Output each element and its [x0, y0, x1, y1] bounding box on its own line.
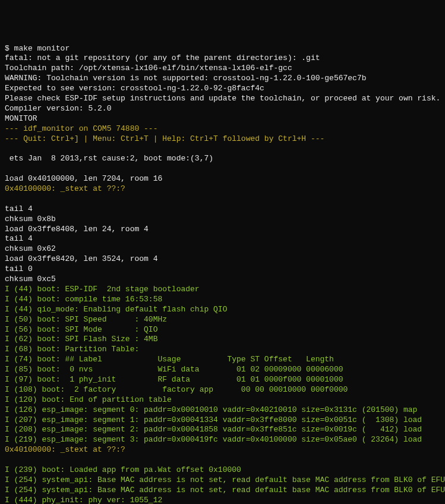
terminal-line — [5, 144, 440, 154]
terminal-line — [5, 164, 440, 174]
terminal-line: tail 0 — [5, 264, 440, 275]
terminal-line: 0x40100000: _stext at ??:? — [5, 184, 440, 194]
terminal-line: $ make monitor — [5, 44, 440, 54]
terminal-line: I (126) esp_image: segment 0: paddr=0x00… — [5, 405, 440, 415]
terminal-line — [5, 194, 440, 204]
terminal-line: I (44) qio_mode: Enabling default flash … — [5, 305, 440, 315]
terminal-line: I (444) phy_init: phy ver: 1055_12 — [5, 496, 440, 504]
terminal-line: WARNING: Toolchain version is not suppor… — [5, 74, 440, 84]
terminal-line: I (120) boot: End of partition table — [5, 395, 440, 405]
terminal-line: Compiler version: 5.2.0 — [5, 104, 440, 114]
terminal-line: I (254) system_api: Base MAC address is … — [5, 486, 440, 496]
terminal-line: I (108) boot: 2 factory factory app 00 0… — [5, 385, 440, 395]
terminal-line: chksum 0x8b — [5, 215, 440, 225]
terminal-line: load 0x3ffe8420, len 3524, room 4 — [5, 254, 440, 264]
terminal-line: I (239) boot: Loaded app from pa.Wat off… — [5, 465, 440, 475]
terminal-line: --- Quit: Ctrl+] | Menu: Ctrl+T | Help: … — [5, 134, 440, 144]
terminal-line: --- idf_monitor on COM5 74880 --- — [5, 124, 440, 134]
terminal-line: I (56) boot: SPI Mode : QIO — [5, 325, 440, 335]
terminal-line: MONITOR — [5, 114, 440, 124]
terminal-line: I (68) boot: Partition Table: — [5, 345, 440, 355]
terminal-line: ets Jan 8 2013,rst cause:2, boot mode:(3… — [5, 154, 440, 164]
terminal-line: tail 4 — [5, 204, 440, 215]
terminal-line: chksum 0x62 — [5, 244, 440, 254]
terminal-line: I (219) esp_image: segment 3: paddr=0x00… — [5, 435, 440, 445]
terminal-line: I (254) system_api: Base MAC address is … — [5, 475, 440, 486]
terminal-line: chksum 0xc5 — [5, 275, 440, 285]
terminal-line: Please check ESP-IDF setup instructions … — [5, 94, 440, 104]
terminal-line: load 0x40100000, len 7204, room 16 — [5, 174, 440, 184]
terminal-line: I (97) boot: 1 phy_init RF data 01 01 00… — [5, 375, 440, 385]
terminal-line: tail 4 — [5, 234, 440, 244]
terminal-line: I (85) boot: 0 nvs WiFi data 01 02 00009… — [5, 365, 440, 375]
terminal-line: I (208) esp_image: segment 2: paddr=0x00… — [5, 425, 440, 435]
terminal-line: fatal: not a git repository (or any of t… — [5, 53, 440, 64]
terminal-output[interactable]: $ make monitorfatal: not a git repositor… — [5, 44, 440, 504]
terminal-line: Expected to see version: crosstool-ng-1.… — [5, 84, 440, 94]
terminal-line: I (50) boot: SPI Speed : 40MHz — [5, 315, 440, 325]
terminal-line — [5, 455, 440, 465]
terminal-line: 0x40100000: _stext at ??:? — [5, 445, 440, 455]
terminal-line: Toolchain path: /opt/xtensa-lx106-elf/bi… — [5, 64, 440, 74]
terminal-line: load 0x3ffe8408, len 24, room 4 — [5, 225, 440, 235]
terminal-line: I (62) boot: SPI Flash Size : 4MB — [5, 335, 440, 345]
terminal-line: I (207) esp_image: segment 1: paddr=0x00… — [5, 415, 440, 426]
terminal-line: I (44) boot: ESP-IDF 2nd stage bootloade… — [5, 285, 440, 295]
terminal-line: I (44) boot: compile time 16:53:58 — [5, 295, 440, 305]
terminal-line: I (74) boot: ## Label Usage Type ST Offs… — [5, 355, 440, 365]
